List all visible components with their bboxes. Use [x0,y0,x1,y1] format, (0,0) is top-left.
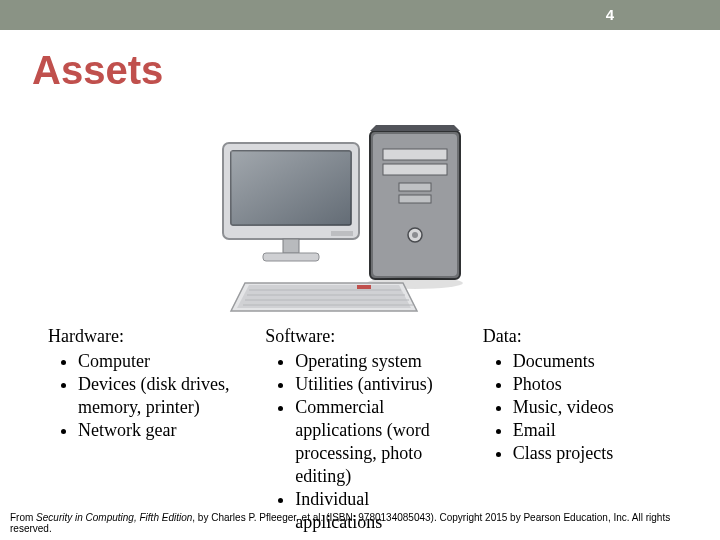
list-item: Utilities (antivirus) [295,373,454,396]
list-item: Commercial applications (word processing… [295,396,454,488]
list-item: Computer [78,350,237,373]
computer-illustration [205,125,490,315]
svg-rect-22 [357,285,371,289]
column-heading: Hardware: [48,325,237,348]
svg-rect-3 [383,149,447,160]
list-item: Operating system [295,350,454,373]
column-list: Computer Devices (disk drives, memory, p… [48,350,237,442]
list-item: Photos [513,373,672,396]
column-list: Operating system Utilities (antivirus) C… [265,350,454,534]
columns: Hardware: Computer Devices (disk drives,… [48,325,672,534]
list-item: Class projects [513,442,672,465]
page-number: 4 [500,6,720,23]
column-hardware: Hardware: Computer Devices (disk drives,… [48,325,237,534]
top-bar: 4 [0,0,720,30]
column-heading: Software: [265,325,454,348]
svg-rect-12 [231,151,351,225]
list-item: Devices (disk drives, memory, printer) [78,373,237,419]
svg-rect-13 [283,239,299,253]
list-item: Documents [513,350,672,373]
footer-book-title: Security in Computing, Fifth Edition [36,512,192,523]
svg-rect-6 [399,195,431,203]
list-item: Email [513,419,672,442]
slide-title: Assets [32,48,163,93]
svg-point-8 [412,232,418,238]
column-heading: Data: [483,325,672,348]
list-item: Network gear [78,419,237,442]
slide: 4 Assets [0,0,720,540]
footer-attribution: From Security in Computing, Fifth Editio… [10,512,710,534]
svg-rect-5 [399,183,431,191]
svg-rect-4 [383,164,447,175]
svg-rect-15 [331,231,353,236]
column-software: Software: Operating system Utilities (an… [265,325,454,534]
column-list: Documents Photos Music, videos Email Cla… [483,350,672,465]
svg-marker-2 [370,125,460,131]
column-data: Data: Documents Photos Music, videos Ema… [483,325,672,534]
footer-prefix: From [10,512,36,523]
list-item: Music, videos [513,396,672,419]
svg-rect-14 [263,253,319,261]
